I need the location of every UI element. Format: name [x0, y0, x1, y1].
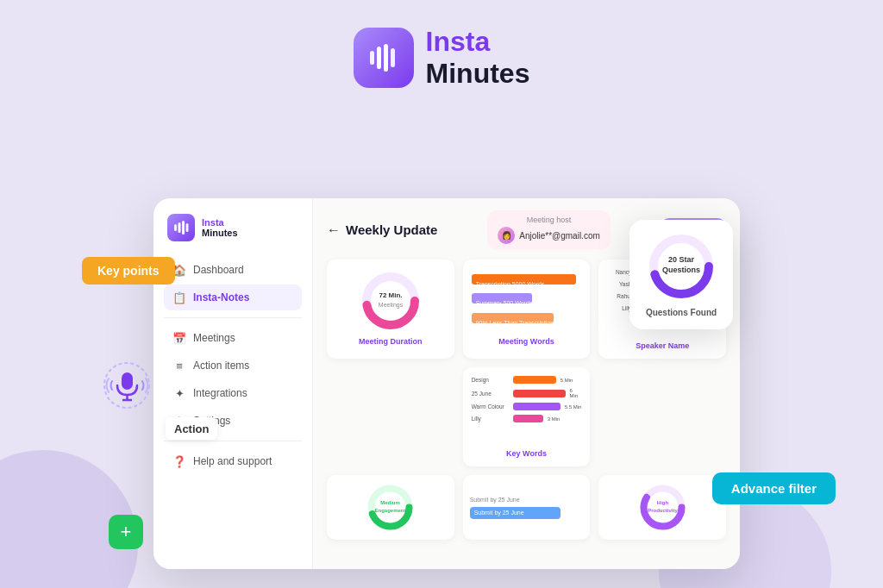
integration-icon: ✦	[172, 386, 186, 400]
advance-filter-badge[interactable]: Advance filter	[712, 472, 836, 504]
kw-row-june: 25 June 6 Min	[472, 388, 582, 398]
sidebar-item-meetings[interactable]: 📅 Meetings	[164, 325, 302, 351]
meeting-duration-donut: 72 Min. Meetings	[335, 268, 446, 333]
meeting-words-card: Transcription 5000 Words Summary 500 Wor…	[463, 260, 591, 359]
svg-rect-5	[122, 372, 133, 390]
speaker-name-title: Speaker Name	[607, 341, 717, 350]
svg-text:Questions: Questions	[662, 266, 700, 274]
charts-row-3: Medium Engagement Submit by 25 June Subm…	[327, 475, 726, 540]
meeting-host-info: 👩 Anjolie**@gmail.com	[498, 227, 600, 244]
sidebar: Insta Minutes 🏠 Dashboard 📋 Insta-Notes …	[153, 198, 313, 569]
engagement-donut: Medium Engagement	[366, 484, 414, 531]
sidebar-item-integrations[interactable]: ✦ Integrations	[164, 380, 302, 406]
svg-rect-0	[370, 51, 374, 65]
submit-label: Submit by 25 June	[470, 497, 520, 503]
submit-bar: Submit by 25 June	[470, 507, 560, 519]
mic-icon	[103, 362, 151, 413]
svg-text:Medium: Medium	[380, 500, 400, 505]
svg-text:72 Min.: 72 Min.	[379, 291, 402, 299]
meeting-words-bars: Transcription 5000 Words Summary 500 Wor…	[472, 268, 582, 333]
sidebar-item-action-items[interactable]: ≡ Action items	[164, 353, 302, 378]
meeting-host-box: Meeting host 👩 Anjolie**@gmail.com	[487, 210, 611, 249]
help-icon: ❓	[172, 454, 186, 468]
svg-rect-11	[186, 223, 189, 232]
kw-bars: Design 5 Min 25 June 6 Min Warm Colour 5…	[472, 376, 582, 445]
questions-found-card: 20 Star Questions Questions Found	[629, 220, 733, 329]
plus-button[interactable]: +	[109, 515, 143, 549]
meeting-words-title: Meeting Words	[472, 337, 582, 346]
logo-insta: Insta	[426, 26, 530, 58]
action-text: Action	[174, 422, 209, 435]
svg-rect-2	[384, 44, 388, 72]
back-arrow-icon[interactable]: ←	[327, 222, 341, 238]
svg-text:Productivity: Productivity	[648, 508, 678, 513]
kw-row-design: Design 5 Min	[472, 376, 582, 384]
action-text-container: Action	[166, 417, 217, 440]
questions-found-title: Questions Found	[646, 308, 717, 317]
calendar-icon: 📅	[172, 331, 186, 345]
sidebar-logo-text: Insta Minutes	[202, 217, 238, 238]
questions-donut: 20 Star Questions	[647, 232, 716, 301]
svg-text:20 Star: 20 Star	[668, 255, 695, 264]
sidebar-item-help[interactable]: ❓ Help and support	[164, 448, 302, 474]
svg-rect-8	[174, 224, 177, 231]
charts-row-2: Design 5 Min 25 June 6 Min Warm Colour 5…	[327, 367, 726, 466]
nav-divider-2	[164, 441, 302, 441]
key-words-card: Design 5 Min 25 June 6 Min Warm Colour 5…	[463, 367, 591, 466]
list-icon: ≡	[172, 359, 186, 372]
sidebar-item-insta-notes[interactable]: 📋 Insta-Notes	[164, 285, 302, 310]
svg-rect-3	[391, 48, 395, 67]
svg-rect-10	[182, 221, 185, 235]
meeting-duration-title: Meeting Duration	[335, 337, 446, 346]
logo-text: Insta Minutes	[426, 26, 530, 90]
meeting-host-label: Meeting host	[527, 216, 572, 224]
engagement-card: Medium Engagement	[327, 475, 454, 540]
svg-text:High: High	[656, 500, 668, 505]
sidebar-logo: Insta Minutes	[164, 214, 302, 241]
svg-text:Engagement: Engagement	[375, 508, 406, 513]
meeting-duration-card: 72 Min. Meetings Meeting Duration	[327, 260, 454, 359]
back-title: ← Weekly Update	[327, 222, 437, 238]
kw-row-lilly: Lilly 3 Min	[472, 415, 582, 422]
word-bar-1: Transcription 5000 Words	[472, 274, 576, 285]
sidebar-logo-icon	[167, 214, 195, 241]
top-logo-area: Insta Minutes	[0, 0, 883, 90]
page-title: Weekly Update	[346, 222, 437, 237]
avatar: 👩	[498, 227, 515, 244]
key-words-title: Key Words	[472, 449, 582, 458]
key-points-badge: Key points	[82, 257, 175, 285]
submit-card: Submit by 25 June Submit by 25 June	[463, 475, 591, 540]
logo-icon	[354, 28, 414, 88]
host-email: Anjolie**@gmail.com	[519, 231, 600, 241]
sidebar-item-dashboard[interactable]: 🏠 Dashboard	[164, 257, 302, 283]
word-bar-3: 90% Less Than Transcription	[472, 313, 554, 323]
kw-row-warm: Warm Colour 5.5 Min	[472, 403, 582, 410]
productivity-card: High Productivity	[598, 475, 726, 540]
productivity-donut: High Productivity	[639, 484, 686, 531]
svg-rect-1	[377, 47, 381, 69]
svg-text:Meetings: Meetings	[379, 302, 404, 309]
logo-minutes: Minutes	[426, 58, 530, 90]
svg-rect-9	[178, 222, 181, 233]
word-bar-2: Summary 500 Words	[472, 293, 532, 303]
nav-divider	[164, 317, 302, 318]
notes-icon: 📋	[172, 291, 186, 304]
